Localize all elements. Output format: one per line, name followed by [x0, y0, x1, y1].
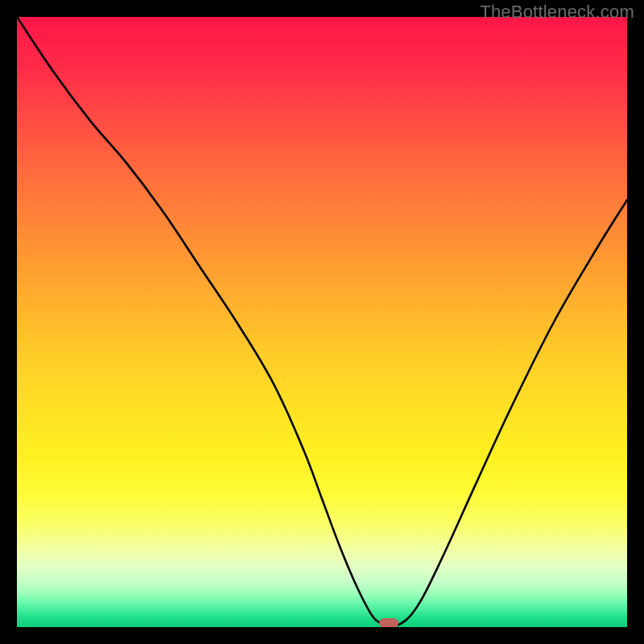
plot-area: [17, 17, 627, 627]
watermark-text: TheBottleneck.com: [480, 2, 634, 23]
chart-stage: TheBottleneck.com: [0, 0, 644, 644]
optimal-point-marker: [379, 618, 398, 627]
curve-path: [17, 17, 627, 625]
bottleneck-curve: [17, 17, 627, 627]
